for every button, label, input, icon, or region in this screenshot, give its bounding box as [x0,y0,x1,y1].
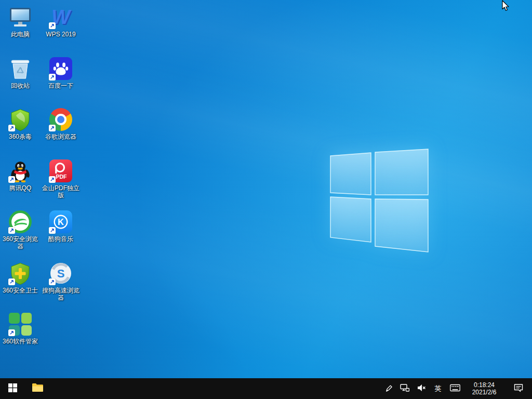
kugou-music-icon: K [49,210,73,234]
icon-label: 谷歌浏览器 [45,133,76,140]
360-software-manager-icon [8,312,32,336]
360-safeguard-shield-icon [8,261,32,285]
shortcut-arrow-icon [8,227,15,234]
speaker-muted-icon [417,383,426,394]
shortcut-arrow-icon [49,227,56,234]
keyboard-icon [450,384,460,394]
desktop-icon-kugou-music[interactable]: K 酷狗音乐 [41,210,81,259]
icon-label: 回收站 [11,82,30,89]
desktop-icon-chrome[interactable]: 谷歌浏览器 [41,108,81,156]
shortcut-arrow-icon [49,22,56,29]
this-pc-icon [8,5,32,29]
svg-text:PDF: PDF [56,174,68,180]
shortcut-arrow-icon [49,74,56,81]
icon-label: 酷狗音乐 [48,235,73,243]
system-tray: 英 0:18:24 2021/2/6 [384,378,532,399]
shortcut-arrow-icon [8,176,15,183]
windows-logo-icon [8,383,17,394]
svg-text:K: K [58,217,64,227]
desktop: { "desktop": { "icons": [ { "label": "此电… [0,0,532,399]
desktop-icon-recycle-bin[interactable]: 回收站 [1,57,40,105]
mouse-cursor [501,0,510,15]
icon-label: 360安全浏览器 [1,235,40,250]
desktop-icon-360-software-manager[interactable]: 360软件管家 [1,312,40,361]
360-antivirus-shield-icon [8,108,32,131]
shortcut-arrow-icon [49,176,56,183]
icon-label: 360杀毒 [9,133,32,140]
qq-penguin-icon [8,159,32,183]
windows-ink-button[interactable] [384,378,393,399]
desktop-icon-360-safeguard[interactable]: 360安全卫士 [1,261,40,310]
shortcut-arrow-icon [8,125,15,131]
clock-date: 2021/2/6 [472,389,497,396]
icon-label: 此电脑 [11,31,30,38]
volume-button[interactable] [417,378,426,399]
desktop-icon-kingsoft-pdf[interactable]: PDF 金山PDF独立版 [41,159,81,208]
icon-label: 金山PDF独立版 [41,184,81,199]
icon-label: 360软件管家 [3,338,38,345]
clock-time: 0:18:24 [474,381,495,389]
360-browser-icon [8,210,32,234]
shortcut-arrow-icon [8,329,15,336]
desktop-icon-sogou-browser[interactable]: S 搜狗高速浏览器 [41,261,81,310]
taskbar: 英 0:18:24 2021/2/6 [0,378,532,399]
wps-icon: W [49,5,73,29]
network-button[interactable] [400,378,409,399]
file-explorer-button[interactable] [25,378,50,399]
desktop-icon-360-browser[interactable]: 360安全浏览器 [1,210,40,259]
desktop-icon-this-pc[interactable]: 此电脑 [1,5,40,54]
baidu-icon [49,57,73,81]
desktop-icon-wps-2019[interactable]: W WPS 2019 [41,5,81,54]
start-button[interactable] [0,378,25,399]
desktop-icon-360-antivirus[interactable]: 360杀毒 [1,108,40,156]
icon-label: 搜狗高速浏览器 [41,287,81,301]
shortcut-arrow-icon [8,278,15,285]
icon-label: WPS 2019 [46,31,75,38]
file-explorer-icon [32,383,43,394]
shortcut-arrow-icon [49,278,56,285]
desktop-icon-baidu[interactable]: 百度一下 [41,57,81,105]
sogou-browser-icon: S [49,261,73,285]
taskbar-clock[interactable]: 0:18:24 2021/2/6 [468,381,501,396]
icon-label: 百度一下 [48,82,73,89]
action-center-button[interactable] [508,378,529,399]
chrome-icon [49,108,73,131]
notification-icon [514,383,523,394]
icon-label: 腾讯QQ [9,184,32,192]
touch-keyboard-button[interactable] [450,378,460,399]
network-icon [400,383,409,394]
shortcut-arrow-icon [49,125,56,131]
pen-icon [384,383,393,394]
ime-indicator[interactable]: 英 [433,378,443,399]
desktop-icon-tencent-qq[interactable]: 腾讯QQ [1,159,40,208]
icon-label: 360安全卫士 [3,287,38,294]
kingsoft-pdf-icon: PDF [49,159,73,183]
windows-wallpaper-logo [327,147,431,255]
recycle-bin-icon [8,57,32,81]
svg-text:S: S [57,267,65,280]
